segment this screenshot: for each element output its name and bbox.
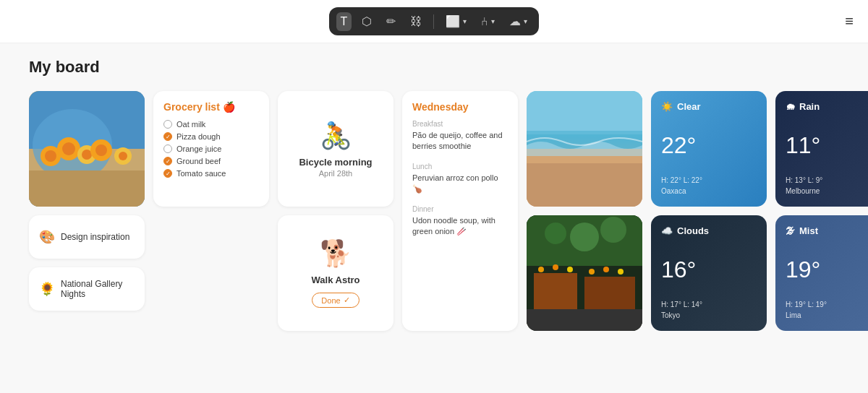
weather-row-2: ☁️ Clouds 16° H: 17° L: 14° Tokyo 🌫 — [651, 215, 868, 331]
frame-tool-button[interactable]: ⬜ ▾ — [441, 12, 471, 31]
bicycle-date: April 28th — [319, 169, 352, 178]
weather-details-oaxaca: H: 22° L: 22° Oaxaca — [661, 175, 757, 196]
design-inspiration-card[interactable]: 🎨 Design inspiration — [29, 215, 145, 259]
svg-rect-13 — [29, 170, 145, 207]
svg-point-26 — [553, 264, 558, 270]
lunch-label: Lunch — [412, 163, 508, 170]
svg-point-28 — [589, 269, 595, 275]
shape-tool-button[interactable]: ⬡ — [357, 12, 376, 31]
lunch-text: Peruvian arroz con pollo 🍗 — [412, 173, 508, 195]
grocery-item-pizza[interactable]: Pizza dough — [163, 132, 259, 141]
col-grocery: Grocery list 🍎 Oat milk Pizza dough Oran… — [153, 91, 269, 331]
bicycle-emoji: 🚴 — [320, 121, 352, 151]
flower-photo-card — [29, 91, 145, 207]
grocery-item-oj[interactable]: Orange juice — [163, 144, 259, 153]
svg-point-8 — [82, 150, 92, 160]
svg-point-10 — [95, 144, 107, 156]
svg-rect-31 — [527, 309, 642, 331]
board-title: My board — [29, 58, 839, 77]
link-tool-icon: ⛓ — [410, 15, 422, 28]
design-emoji: 🎨 — [39, 229, 55, 245]
svg-rect-17 — [527, 163, 642, 207]
col-wednesday: Wednesday Breakfast Pão de queijo, coffe… — [402, 91, 518, 331]
link-tool-button[interactable]: ⛓ — [406, 12, 426, 31]
toolbar-group: T ⬡ ✏ ⛓ ⬜ ▾ ⑃ ▾ ☁ ▾ — [329, 7, 540, 35]
clouds-icon: ☁️ — [661, 225, 673, 236]
weather-temp-tokyo: 16° — [661, 241, 757, 299]
breakfast-label: Breakfast — [412, 120, 508, 128]
weather-card-tokyo: ☁️ Clouds 16° H: 17° L: 14° Tokyo — [651, 215, 767, 331]
svg-rect-24 — [584, 277, 635, 309]
cloud-tool-icon: ☁ — [509, 14, 521, 28]
svg-rect-23 — [534, 273, 577, 309]
pen-tool-button[interactable]: ✏ — [382, 12, 400, 31]
market-photo-card — [527, 215, 642, 331]
walk-title: Walk Astro — [312, 275, 360, 285]
shape-tool-icon: ⬡ — [362, 14, 372, 28]
breakfast-section: Breakfast Pão de queijo, coffee and berr… — [412, 120, 508, 152]
weather-condition-tokyo: ☁️ Clouds — [661, 225, 757, 236]
clear-icon: ☀️ — [661, 101, 673, 112]
weather-card-oaxaca: ☀️ Clear 22° H: 22° L: 22° Oaxaca — [651, 91, 767, 207]
text-tool-button[interactable]: T — [336, 12, 352, 31]
grocery-item-beef[interactable]: Ground beef — [163, 157, 259, 165]
svg-point-25 — [538, 267, 544, 272]
breakfast-text: Pão de queijo, coffee and berries smooth… — [412, 130, 508, 152]
weather-details-tokyo: H: 17° L: 14° Tokyo — [661, 299, 757, 321]
walk-astro-card: 🐕 Walk Astro Done ✓ — [278, 215, 393, 331]
svg-point-20 — [570, 223, 599, 251]
col-photos-right — [527, 91, 642, 331]
mist-icon: 🌫 — [786, 225, 795, 236]
weather-card-lima: 🌫 Mist 19° H: 19° L: 19° Lima — [775, 215, 868, 331]
grocery-item-tomato[interactable]: Tomato sauce — [163, 169, 259, 178]
checkbox-checked-3[interactable] — [163, 169, 172, 178]
connect-tool-chevron: ▾ — [491, 17, 495, 25]
board-wrapper: 🎨 Design inspiration 🌻 National Gallery … — [29, 91, 839, 331]
connect-tool-button[interactable]: ⑃ ▾ — [477, 12, 499, 31]
grocery-item-oatmilk[interactable]: Oat milk — [163, 120, 259, 129]
svg-point-30 — [618, 269, 624, 275]
grocery-title: Grocery list 🍎 — [163, 101, 259, 113]
bicycle-title: Bicycle morning — [299, 157, 372, 168]
weather-details-melbourne: H: 13° L: 9° Melbourne — [786, 175, 868, 196]
checkbox-unchecked[interactable] — [163, 120, 172, 129]
checkbox-checked-2[interactable] — [163, 157, 172, 165]
cloud-tool-chevron: ▾ — [524, 17, 527, 25]
svg-point-27 — [567, 267, 573, 272]
dinner-section: Dinner Udon noodle soup, with green onio… — [412, 205, 508, 238]
wednesday-title: Wednesday — [412, 101, 508, 113]
checkbox-unchecked-2[interactable] — [163, 144, 172, 153]
weather-temp-lima: 19° — [786, 241, 868, 299]
beach-photo-card — [527, 91, 642, 207]
frame-tool-chevron: ▾ — [463, 17, 467, 25]
menu-icon[interactable]: ≡ — [845, 13, 854, 30]
gallery-emoji: 🌻 — [39, 281, 55, 297]
col-bicycle-walk: 🚴 Bicycle morning April 28th 🐕 Walk Astr… — [278, 91, 393, 331]
dinner-text: Udon noodle soup, with green onion 🥢 — [412, 215, 508, 238]
gallery-title: National Gallery Nights — [61, 279, 135, 299]
svg-point-22 — [600, 217, 626, 243]
checkbox-checked[interactable] — [163, 132, 172, 141]
svg-point-12 — [119, 152, 127, 160]
svg-point-4 — [45, 150, 56, 162]
cloud-tool-button[interactable]: ☁ ▾ — [505, 12, 532, 31]
weather-details-lima: H: 19° L: 19° Lima — [786, 299, 868, 321]
col-weather: ☀️ Clear 22° H: 22° L: 22° Oaxaca 🌧 — [651, 91, 868, 331]
design-title: Design inspiration — [61, 232, 129, 242]
svg-rect-14 — [527, 91, 642, 134]
done-badge[interactable]: Done ✓ — [312, 293, 359, 308]
weather-temp-oaxaca: 22° — [661, 116, 757, 175]
grocery-list-card: Grocery list 🍎 Oat milk Pizza dough Oran… — [153, 91, 269, 207]
pen-tool-icon: ✏ — [386, 14, 396, 28]
toolbar-divider-1 — [433, 14, 434, 29]
weather-card-melbourne: 🌧 Rain 11° H: 13° L: 9° Melbourne — [775, 91, 868, 207]
bicycle-morning-card: 🚴 Bicycle morning April 28th — [278, 91, 393, 207]
rain-icon: 🌧 — [786, 101, 795, 112]
national-gallery-card[interactable]: 🌻 National Gallery Nights — [29, 267, 145, 311]
weather-condition-oaxaca: ☀️ Clear — [661, 101, 757, 112]
flower-image — [29, 91, 145, 207]
walk-emoji: 🐕 — [320, 238, 352, 269]
frame-tool-icon: ⬜ — [446, 14, 460, 28]
weather-condition-melbourne: 🌧 Rain — [786, 101, 868, 112]
wednesday-card: Wednesday Breakfast Pão de queijo, coffe… — [402, 91, 518, 331]
